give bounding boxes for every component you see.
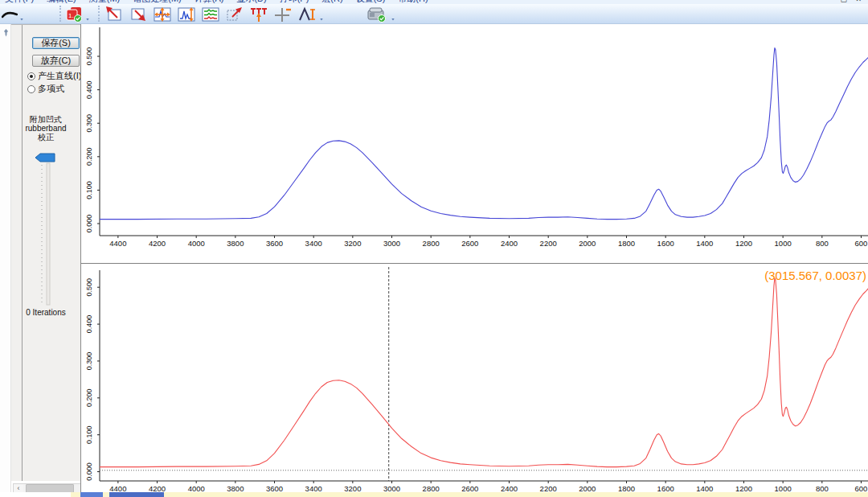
svg-text:1200: 1200 [735,239,752,248]
original-spectrum-chart[interactable]: 4400420040003800360034003200300028002600… [81,24,868,263]
application-window: 文件(F) 编辑(E) 测量(M) 谱图处理(M) 计算(A) 显示(D) 打印… [0,0,868,497]
svg-text:2000: 2000 [579,239,596,248]
discard-button[interactable]: 放弃(C) [32,55,80,67]
taskbar-item[interactable] [80,492,103,497]
original-spectrum[interactable] [100,48,868,220]
taskbar-item[interactable] [109,492,164,497]
svg-text:1800: 1800 [618,239,635,248]
svg-text:1.: 1. [68,12,74,19]
svg-text:0.000: 0.000 [85,215,93,233]
svg-text:600: 600 [855,239,868,248]
svg-text:0.400: 0.400 [85,315,93,334]
iterations-label: 0 Iterations [11,308,80,317]
toolbar-group-instrument [363,5,396,23]
svg-text:4000: 4000 [188,239,205,248]
toolbar-dropdown-baseline[interactable] [19,6,25,23]
instrument-status-icon[interactable] [363,6,391,23]
svg-text:1600: 1600 [657,239,674,248]
baseline-corrected-spectrum[interactable] [100,278,868,467]
svg-text:1000: 1000 [775,239,792,248]
dock-strip [0,24,11,492]
x-axis-ticks: 4400420040003800360034003200300028002600… [109,236,867,248]
slider-handle[interactable] [35,154,55,162]
svg-text:0.200: 0.200 [85,389,93,408]
scale-y-icon[interactable] [174,6,199,23]
stacked-spectra-icon[interactable] [199,6,223,23]
svg-text:0.500: 0.500 [85,278,93,297]
toolbar-group-baseline [0,5,25,23]
zoom-box-icon[interactable] [223,6,247,23]
svg-text:4400: 4400 [109,239,126,248]
svg-text:3000: 3000 [383,239,400,248]
chart-top-svg: 4400420040003800360034003200300028002600… [81,24,868,263]
peak-picking-icon[interactable] [247,6,271,23]
svg-text:3200: 3200 [344,239,361,248]
panel-divider [22,25,23,481]
cursor-readout: (3015.567, 0.0037) [764,269,866,282]
svg-text:0.200: 0.200 [85,148,93,166]
slider-caption-line3: 校正 [11,133,80,142]
chart-bottom-svg: 4400420040003800360034003200300028002600… [81,264,868,493]
spectra-display-area: 4400420040003800360034003200300028002600… [80,24,868,492]
axes [100,270,868,481]
slider-caption-line2: rubberband [11,124,80,133]
x-axis-ticks: 4400420040003800360034003200300028002600… [109,481,867,493]
bottom-tab-strip [0,492,868,497]
iterations-slider[interactable] [34,152,61,313]
baseline-curve-icon[interactable] [0,6,19,23]
svg-text:1400: 1400 [696,239,713,248]
slider-caption-line1: 附加凹式 [11,115,80,124]
svg-text:3800: 3800 [227,239,244,248]
axes [100,27,868,236]
radio-polynomial-control[interactable] [27,85,35,93]
svg-text:0.000: 0.000 [85,462,93,481]
svg-text:3600: 3600 [266,239,283,248]
window-controls[interactable]: ‒ ▢ ✕ [828,0,865,3]
svg-text:0.400: 0.400 [85,80,93,99]
slider-track[interactable] [47,163,50,305]
zoom-out-arrow-icon[interactable] [102,6,126,23]
svg-text:2800: 2800 [423,239,440,248]
radio-generate-line-control[interactable] [27,72,35,80]
svg-text:0.100: 0.100 [85,425,93,444]
svg-text:4200: 4200 [149,239,166,248]
toolbar-group-display [102,5,325,23]
bottom-strip-gap [0,492,71,497]
toolbar-dropdown-display[interactable] [319,6,325,23]
slider-caption: 附加凹式 rubberband 校正 [11,115,80,142]
scale-xy-icon[interactable] [150,6,174,23]
zoom-in-arrow-icon[interactable] [126,6,150,23]
radio-polynomial-label: 多项式 [38,83,64,95]
toolbar-dropdown-batch[interactable] [85,6,91,23]
svg-text:0.100: 0.100 [85,181,93,199]
svg-text:800: 800 [816,239,829,248]
toolbar-dropdown-instrument[interactable] [391,6,396,23]
svg-text:3400: 3400 [305,239,322,248]
baseline-correction-panel: 保存(S) 放弃(C) 产生直线(I) 多项式 附加凹式 rubberband … [11,24,80,481]
radio-generate-line[interactable]: 产生直线(I) [27,70,81,82]
radio-generate-line-label: 产生直线(I) [38,70,81,82]
radio-polynomial[interactable]: 多项式 [27,83,64,95]
svg-text:2600: 2600 [461,239,478,248]
crosshair-minus-icon[interactable] [271,6,295,23]
band-width-icon[interactable] [295,6,319,23]
svg-text:2400: 2400 [501,239,518,248]
y-axis-ticks: 0.0000.1000.2000.3000.4000.500 [85,47,100,233]
save-button[interactable]: 保存(S) [32,37,80,49]
batch-12-icon[interactable]: 1. [63,6,85,23]
toolbar-group-batch: 1. [63,5,91,23]
svg-text:0.300: 0.300 [85,352,93,371]
y-axis-ticks: 0.0000.1000.2000.3000.4000.500 [85,278,100,481]
corrected-spectrum-chart[interactable]: 4400420040003800360034003200300028002600… [81,263,868,492]
svg-text:0.500: 0.500 [85,47,93,66]
svg-text:2200: 2200 [540,239,557,248]
pin-icon[interactable] [2,26,10,40]
toolbar: 1. [0,4,868,24]
svg-text:0.300: 0.300 [85,114,93,133]
